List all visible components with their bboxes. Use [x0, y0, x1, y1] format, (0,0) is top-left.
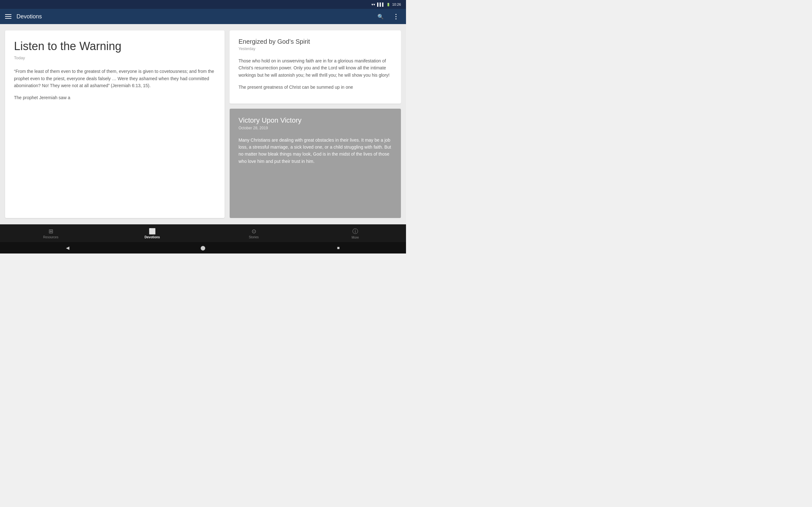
card-title-energized: Energized by God’s Spirit — [239, 38, 392, 45]
nav-item-stories[interactable]: Stories — [203, 226, 305, 241]
status-icons: ▾▾ ▌▌▌ 🔋 10:26 — [371, 3, 401, 7]
status-bar: ▾▾ ▌▌▌ 🔋 10:26 — [0, 0, 406, 9]
nav-label-resources: Resources — [43, 235, 58, 239]
card-title-left: Listen to the Warning — [14, 39, 216, 53]
nav-label-more: More — [352, 236, 359, 239]
card-body-left-2: The prophet Jeremiah saw a — [14, 94, 216, 101]
recent-apps-button[interactable]: ■ — [333, 244, 344, 251]
resources-icon — [49, 228, 53, 235]
nav-item-resources[interactable]: Resources — [0, 226, 101, 241]
card-date-left: Today — [14, 55, 216, 60]
card-body-energized-2: The present greatness of Christ can be s… — [239, 83, 392, 91]
back-button[interactable]: ◀ — [62, 244, 73, 251]
card-body-victory: Many Christians are dealing with great o… — [239, 136, 392, 165]
signal-icon: ▌▌▌ — [377, 3, 385, 6]
card-victory[interactable]: Victory Upon Victory October 28, 2019 Ma… — [230, 109, 401, 218]
bottom-navigation: Resources Devotions Stories More — [0, 224, 406, 242]
card-date-energized: Yesterday — [239, 47, 392, 51]
nav-label-stories: Stories — [249, 235, 258, 239]
menu-button[interactable] — [5, 14, 11, 19]
search-button[interactable] — [375, 11, 386, 21]
devotions-icon — [149, 228, 156, 235]
app-bar: Devotions — [0, 9, 406, 24]
right-column: Energized by God’s Spirit Yesterday Thos… — [230, 31, 401, 218]
status-time: 10:26 — [392, 3, 401, 6]
stories-icon — [252, 228, 256, 235]
home-button[interactable]: ⬤ — [197, 244, 209, 251]
more-icon — [352, 228, 358, 235]
card-listen-to-warning[interactable]: Listen to the Warning Today “From the le… — [5, 31, 224, 218]
nav-item-devotions[interactable]: Devotions — [101, 226, 203, 241]
content-area: Listen to the Warning Today “From the le… — [0, 24, 406, 224]
card-body-energized-1: Those who hold on in unswerving faith ar… — [239, 57, 392, 78]
nav-label-devotions: Devotions — [145, 235, 160, 239]
nav-item-more[interactable]: More — [305, 226, 406, 241]
card-title-victory: Victory Upon Victory — [239, 116, 392, 124]
system-navigation: ◀ ⬤ ■ — [0, 242, 406, 253]
card-date-victory: October 28, 2019 — [239, 126, 392, 130]
card-energized[interactable]: Energized by God’s Spirit Yesterday Thos… — [230, 31, 401, 104]
more-options-button[interactable] — [391, 11, 401, 21]
page-title: Devotions — [16, 13, 370, 20]
wifi-icon: ▾▾ — [371, 3, 375, 7]
battery-icon: 🔋 — [386, 3, 390, 6]
card-body-left-1: “From the least of them even to the grea… — [14, 68, 216, 89]
